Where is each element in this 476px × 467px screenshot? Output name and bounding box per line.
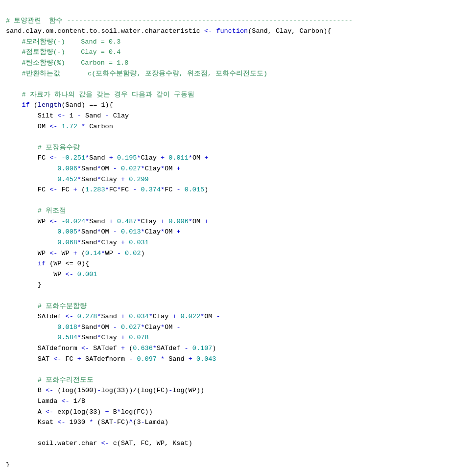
- comment-carbon: #탄소함량(%) Carbon = 1.8: [22, 59, 128, 67]
- code-editor: # 토양관련 함수 ------------------------------…: [6, 5, 470, 467]
- closing-brace: }: [6, 461, 10, 467]
- comment-clay: #점토함량(-) Clay = 0.4: [22, 48, 120, 56]
- comment-wp: # 위조점: [38, 207, 66, 214]
- comment-single: # 자료가 하나의 값을 갖는 경우 다음과 같이 구동됨: [22, 91, 194, 98]
- comment-fc: # 포장용수량: [38, 144, 80, 151]
- function-def: sand.clay.om.content.to.soil.water.chara…: [6, 27, 204, 35]
- keyword-if: if: [22, 101, 29, 109]
- comment-line-1: # 토양관련 함수 ------------------------------…: [6, 17, 353, 24]
- comment-return: #반환하는값 c(포화수분함량, 포장용수량, 위조점, 포화수리전도도): [22, 70, 267, 77]
- comment-sand: #모래함량(-) Sand = 0.3: [22, 38, 120, 46]
- comment-ksat: # 포화수리전도도: [38, 376, 94, 384]
- comment-sat: # 포화수분함량: [38, 303, 87, 310]
